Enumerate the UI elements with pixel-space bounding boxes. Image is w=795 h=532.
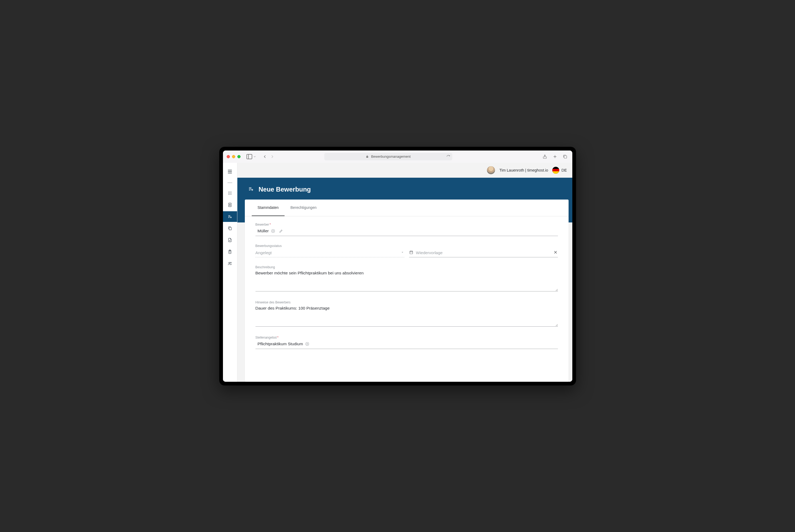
field-status: Bewerbungsstatus Angelegt <box>255 244 404 257</box>
svg-rect-25 <box>229 228 232 230</box>
maximise-window-button[interactable] <box>237 155 240 158</box>
chip-remove-icon[interactable] <box>271 229 275 233</box>
chip-remove-icon[interactable] <box>305 342 309 346</box>
sidebar-toggle-icon[interactable] <box>246 153 253 160</box>
svg-rect-0 <box>247 154 252 159</box>
field-beschreibung: Beschreibung <box>255 265 558 292</box>
user-avatar[interactable] <box>487 166 495 174</box>
label-hinweise: Hinweise des Bewerbers <box>255 301 558 304</box>
close-window-button[interactable] <box>227 155 230 158</box>
back-button[interactable] <box>261 153 268 160</box>
nav-new-application-icon[interactable] <box>223 211 237 222</box>
svg-point-12 <box>228 193 229 193</box>
label-beschreibung: Beschreibung <box>255 265 558 269</box>
label-stellenangebot: Stellenangebot* <box>255 336 558 339</box>
refresh-icon[interactable] <box>447 155 450 158</box>
address-bar-text: Bewerbungsmanagement <box>371 154 411 158</box>
left-nav-rail <box>223 163 237 382</box>
rail-separator <box>228 183 232 183</box>
field-hinweise: Hinweise des Bewerbers <box>255 301 558 328</box>
calendar-icon <box>409 250 413 255</box>
svg-point-13 <box>230 193 230 193</box>
caret-down-icon <box>401 250 404 255</box>
tab-berechtigungen[interactable]: Berechtigungen <box>285 200 322 216</box>
lock-icon <box>366 155 369 158</box>
svg-point-10 <box>230 192 230 192</box>
share-icon[interactable] <box>541 153 548 160</box>
svg-point-32 <box>229 262 230 264</box>
new-tab-icon[interactable] <box>552 153 558 160</box>
nav-clipboard-icon[interactable] <box>223 246 237 257</box>
nav-file-add-icon[interactable] <box>223 235 237 245</box>
field-bewerber: Bewerber* Müller <box>255 223 558 236</box>
bewerber-input[interactable]: Müller <box>255 228 558 236</box>
browser-titlebar: Bewerbungsmanagement <box>223 151 572 163</box>
svg-point-16 <box>230 194 230 194</box>
pencil-edit-icon[interactable] <box>279 229 283 233</box>
wiedervorlage-input[interactable]: Wiedervorlage <box>409 249 558 257</box>
svg-rect-42 <box>410 251 413 254</box>
form-tabs: Stammdaten Berechtigungen <box>245 200 568 216</box>
flag-de-icon <box>552 167 559 174</box>
address-bar[interactable]: Bewerbungsmanagement <box>324 153 452 160</box>
hinweise-textarea[interactable] <box>255 305 558 327</box>
status-select[interactable]: Angelegt <box>255 249 404 257</box>
forward-button[interactable] <box>269 153 276 160</box>
wiedervorlage-placeholder: Wiedervorlage <box>416 250 443 255</box>
user-name[interactable]: Tim Lauenroth | timeghost.io <box>499 168 548 172</box>
nav-copy-icon[interactable] <box>223 223 237 234</box>
label-status: Bewerbungsstatus <box>255 244 404 248</box>
label-bewerber: Bewerber* <box>255 223 558 226</box>
field-wiedervorlage: Wiedervorlage <box>409 249 558 257</box>
stellenangebot-chip: Pflichtpraktikum Studium <box>255 341 311 347</box>
form-card: Stammdaten Berechtigungen Bewerber* Müll… <box>245 200 568 382</box>
locale-switch[interactable]: DE <box>552 167 567 174</box>
svg-point-15 <box>228 194 229 194</box>
playlist-add-icon <box>248 186 254 193</box>
bewerber-chip: Müller <box>255 228 276 234</box>
svg-point-19 <box>229 204 230 205</box>
svg-point-17 <box>231 194 231 194</box>
stellenangebot-chip-text: Pflichtpraktikum Studium <box>258 342 303 346</box>
locale-code: DE <box>561 168 567 172</box>
app-topbar: Tim Lauenroth | timeghost.io DE <box>237 163 572 178</box>
svg-point-9 <box>228 192 229 192</box>
stellenangebot-input[interactable]: Pflichtpraktikum Studium <box>255 340 558 349</box>
status-value: Angelegt <box>255 250 272 255</box>
page-title: Neue Bewerbung <box>259 186 311 193</box>
svg-point-33 <box>231 262 231 263</box>
beschreibung-textarea[interactable] <box>255 270 558 291</box>
tab-stammdaten[interactable]: Stammdaten <box>252 200 285 216</box>
nav-contact-icon[interactable] <box>223 200 237 210</box>
nav-dashboard-icon[interactable] <box>223 188 237 198</box>
nav-people-icon[interactable] <box>223 258 237 269</box>
svg-point-14 <box>231 193 231 193</box>
menu-toggle-icon[interactable] <box>227 169 233 175</box>
bewerber-chip-text: Müller <box>258 229 269 233</box>
clear-date-icon[interactable] <box>553 250 558 256</box>
tabs-overview-icon[interactable] <box>562 153 568 160</box>
svg-point-11 <box>231 192 231 192</box>
chevron-down-icon[interactable] <box>253 153 256 160</box>
svg-rect-5 <box>564 156 567 158</box>
window-controls <box>227 155 240 158</box>
field-stellenangebot: Stellenangebot* Pflichtpraktikum Studium <box>255 336 558 349</box>
minimise-window-button[interactable] <box>232 155 235 158</box>
